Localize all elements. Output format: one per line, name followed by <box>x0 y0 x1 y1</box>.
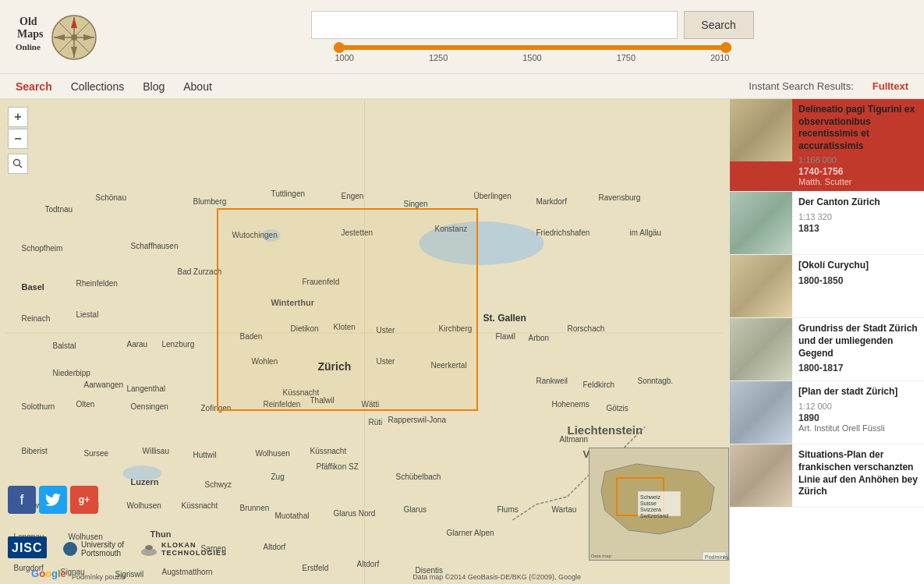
svg-text:St. Gallen: St. Gallen <box>483 313 526 324</box>
nav-collections[interactable]: Collections <box>71 80 124 93</box>
svg-text:Blumberg: Blumberg <box>193 197 227 206</box>
result-title-4: Grundriss der Stadt Zürich und der umlie… <box>798 323 918 359</box>
svg-point-118 <box>14 160 20 166</box>
results-panel: Delineatio pagi Tigurini ex observationi… <box>729 99 924 584</box>
svg-text:Liechtenstein: Liechtenstein <box>568 423 643 437</box>
svg-text:Konstanz: Konstanz <box>435 225 468 233</box>
slider-fill <box>334 45 731 50</box>
svg-text:im Allgäu: im Allgäu <box>630 228 662 237</box>
svg-text:Altdorf: Altdorf <box>357 560 380 568</box>
svg-text:Data map: Data map <box>591 554 612 558</box>
svg-text:Muotathal: Muotathal <box>275 511 310 520</box>
result-scale-2: 1:13 320 <box>798 212 918 221</box>
svg-text:Niederbipp: Niederbipp <box>53 369 91 377</box>
search-button[interactable]: Search <box>684 11 754 39</box>
svg-text:Thalwil: Thalwil <box>310 396 335 405</box>
svg-text:Wutochingen: Wutochingen <box>232 231 278 239</box>
zoom-out-button[interactable]: − <box>8 129 28 149</box>
svg-text:Wolhusen: Wolhusen <box>256 449 290 458</box>
svg-text:Frauenfeld: Frauenfeld <box>303 278 340 286</box>
svg-text:Arbon: Arbon <box>529 334 550 342</box>
bottom-logos: JISC University ofPortsmouth KLOKANTECHN… <box>8 536 227 561</box>
svg-text:Olten: Olten <box>76 400 95 409</box>
svg-text:Überlingen: Überlingen <box>474 192 512 200</box>
svg-text:Glarus Nord: Glarus Nord <box>334 509 376 518</box>
svg-text:Jestetten: Jestetten <box>342 228 373 237</box>
portsmouth-logo: University ofPortsmouth <box>62 540 124 557</box>
googleplus-button[interactable]: g+ <box>70 486 98 514</box>
social-icons: f g+ <box>8 486 98 514</box>
svg-text:Willisau: Willisau <box>143 447 169 455</box>
slider-handle-left[interactable] <box>334 42 345 53</box>
svg-text:Dietikon: Dietikon <box>291 324 319 333</box>
svg-text:Wartau: Wartau <box>552 505 577 514</box>
svg-text:Zürich: Zürich <box>318 360 352 373</box>
map-container[interactable]: Todtnau Schönau Blumberg Tuttlingen Enge… <box>0 99 729 584</box>
svg-text:Old: Old <box>19 16 37 27</box>
klokan-logo: KLOKANTECHNOLOGIES <box>140 541 227 557</box>
fulltext-link[interactable]: Fulltext <box>873 80 908 92</box>
navbar: Search Collections Blog About Instant Se… <box>0 74 924 99</box>
result-title-2: Der Canton Zürich <box>798 196 918 209</box>
svg-line-119 <box>19 165 23 168</box>
svg-text:Svizzera: Svizzera <box>640 507 661 512</box>
google-logo: Google <box>31 568 66 579</box>
svg-text:Pfäffikon SZ: Pfäffikon SZ <box>317 462 359 471</box>
nav-about[interactable]: About <box>183 80 212 93</box>
map-controls: + − <box>8 107 28 174</box>
search-row: Search <box>311 11 754 39</box>
svg-text:Podmínky: Podmínky <box>705 554 729 561</box>
twitter-button[interactable] <box>39 486 67 514</box>
svg-text:Sursee: Sursee <box>84 449 109 458</box>
svg-text:Wätti: Wätti <box>362 400 380 409</box>
svg-text:Zofingen: Zofingen <box>201 404 232 412</box>
nav-blog[interactable]: Blog <box>143 80 165 93</box>
svg-text:Rüti: Rüti <box>369 418 383 426</box>
svg-text:Aarau: Aarau <box>127 340 148 349</box>
svg-text:Küssnacht: Küssnacht <box>182 501 218 510</box>
zoom-in-button[interactable]: + <box>8 107 28 127</box>
svg-text:Brunnen: Brunnen <box>240 504 270 512</box>
svg-text:Luzern: Luzern <box>131 477 159 487</box>
result-scale-1: 1:168 000 <box>798 155 918 165</box>
result-item-3[interactable]: [Okolí Curychu]1800-1850 <box>730 255 924 318</box>
svg-text:Neerkertal: Neerkertal <box>431 361 467 370</box>
result-date-3: 1800-1850 <box>798 275 918 286</box>
date-range-slider[interactable]: 1000 1250 1500 1750 2010 <box>334 45 731 62</box>
map-search-button[interactable] <box>8 154 28 174</box>
result-item-6[interactable]: Situations-Plan der frankischen verschan… <box>730 444 924 508</box>
result-author-5: Art. Institut Orell Füssli <box>798 423 918 433</box>
result-item-2[interactable]: Der Canton Zürich1:13 3201813 <box>730 192 924 255</box>
facebook-button[interactable]: f <box>8 486 36 514</box>
slider-track <box>334 45 731 50</box>
result-item-5[interactable]: [Plan der stadt Zürich]1:12 0001890Art. … <box>730 381 924 444</box>
slider-label-2010: 2010 <box>710 53 729 62</box>
search-area: Search 1000 1250 1500 1750 2010 <box>156 11 908 62</box>
result-item-4[interactable]: Grundriss der Stadt Zürich und der umlie… <box>730 318 924 381</box>
svg-text:Markdorf: Markdorf <box>536 197 568 206</box>
svg-text:Winterthur: Winterthur <box>271 298 315 307</box>
result-title-1: Delineatio pagi Tigurini ex observationi… <box>798 104 918 152</box>
nav-search[interactable]: Search <box>16 80 52 93</box>
svg-text:Schönau: Schönau <box>96 193 126 202</box>
result-date-2: 1813 <box>798 223 918 234</box>
search-input[interactable] <box>311 11 678 39</box>
result-item-1[interactable]: Delineatio pagi Tigurini ex observationi… <box>730 99 924 192</box>
slider-handle-right[interactable] <box>720 42 731 53</box>
svg-text:Liestal: Liestal <box>76 310 99 319</box>
svg-text:Schweiz: Schweiz <box>640 494 661 500</box>
slider-label-1250: 1250 <box>429 53 448 62</box>
svg-point-124 <box>145 545 153 550</box>
svg-text:Glarner Alpen: Glarner Alpen <box>447 529 494 537</box>
svg-text:Ravensburg: Ravensburg <box>599 193 641 202</box>
svg-text:Engen: Engen <box>342 192 364 200</box>
svg-text:Sonntagb.: Sonntagb. <box>638 377 674 385</box>
instant-search-label: Instant Search Results: <box>749 80 853 92</box>
result-date-4: 1800-1817 <box>798 363 918 373</box>
terms-link[interactable]: Podmínky použití <box>72 573 126 581</box>
svg-text:Friedrichshafen: Friedrichshafen <box>536 228 590 237</box>
svg-text:Solothurn: Solothurn <box>22 402 55 411</box>
svg-point-122 <box>63 542 77 556</box>
svg-text:Reinach: Reinach <box>22 314 51 323</box>
result-title-6: Situations-Plan der frankischen verschan… <box>798 449 918 497</box>
